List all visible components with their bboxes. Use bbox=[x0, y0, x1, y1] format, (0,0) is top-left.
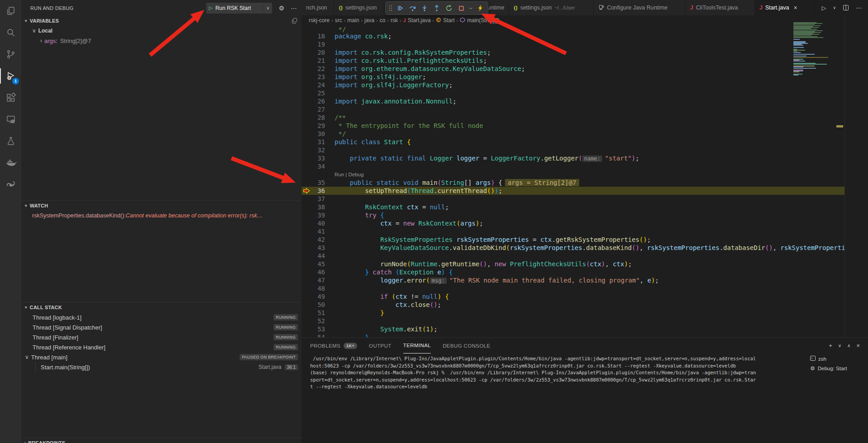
activity-item-search[interactable] bbox=[0, 22, 21, 43]
breadcrumb-src[interactable]: src bbox=[335, 17, 342, 24]
code-line-35[interactable]: 35 public static void main(String[] args… bbox=[302, 179, 844, 187]
activity-item-source-control[interactable] bbox=[0, 43, 21, 65]
activity-item-explorer[interactable] bbox=[0, 0, 21, 22]
breadcrumb-java[interactable]: java bbox=[364, 17, 374, 24]
gear-icon[interactable]: ⚙ bbox=[278, 5, 284, 12]
step-over-icon[interactable] bbox=[407, 3, 418, 14]
activity-item-extensions[interactable] bbox=[0, 87, 21, 108]
call-stack-header[interactable]: ∨ CALL STACK bbox=[21, 302, 302, 312]
code-line-24[interactable]: 24import org.slf4j.LoggerFactory; bbox=[302, 81, 844, 89]
code-line-46[interactable]: 46 } catch (Exception e) { bbox=[302, 268, 844, 276]
panel-tab-output[interactable]: OUTPUT bbox=[369, 338, 392, 353]
tab-settings-json[interactable]: {}settings.json bbox=[334, 0, 392, 15]
breadcrumb-rskj-core[interactable]: rskj-core bbox=[309, 17, 330, 24]
close-panel-icon[interactable]: × bbox=[856, 342, 860, 349]
more-actions-icon[interactable]: ⋯ bbox=[291, 5, 297, 12]
code-line-45[interactable]: 45 runNode(Runtime.getRuntime(), new Pre… bbox=[302, 260, 844, 268]
call-stack-row-start-main-string[interactable]: Start.main(String[])Start.java36:1 bbox=[21, 362, 302, 372]
call-stack-row-thread-main[interactable]: ∨Thread [main]PAUSED ON BREAKPOINT bbox=[21, 352, 302, 362]
launch-config-dropdown[interactable]: ▷ Run RSK Start ∨ bbox=[206, 3, 273, 14]
code-line-39[interactable]: 39 try { bbox=[302, 211, 844, 219]
start-debug-icon[interactable]: ▷ bbox=[209, 5, 212, 11]
restart-icon[interactable] bbox=[443, 3, 454, 14]
panel-tab-problems[interactable]: PROBLEMS1K+ bbox=[310, 338, 357, 353]
activity-item-run-and-debug[interactable]: 1 bbox=[0, 65, 21, 87]
terminal-output[interactable]: /usr/bin/env /Library/Internet\ Plug-Ins… bbox=[310, 355, 756, 391]
code-line-48[interactable]: 48 bbox=[302, 284, 844, 292]
breadcrumb-rsk[interactable]: rsk bbox=[391, 17, 398, 24]
activity-item-remote-explorer[interactable] bbox=[0, 108, 21, 130]
code-line-50[interactable]: 50 ctx.close(); bbox=[302, 301, 844, 309]
code-line-49[interactable]: 49 if (ctx != null) { bbox=[302, 292, 844, 301]
code-line-37[interactable]: 37 bbox=[302, 195, 844, 203]
terminal-profile-dropdown-icon[interactable]: ∨ bbox=[838, 343, 841, 348]
code-line-47[interactable]: 47 logger.error(msg:"The RSK node main t… bbox=[302, 276, 844, 284]
stop-dropdown-icon[interactable] bbox=[468, 3, 473, 14]
code-line-26[interactable]: 26import javax.annotation.Nonnull; bbox=[302, 97, 844, 105]
code-line-22[interactable]: 22import org.ethereum.datasource.KeyValu… bbox=[302, 65, 844, 73]
hot-code-replace-icon[interactable] bbox=[475, 3, 486, 14]
terminal-tab-zsh[interactable]: zsh bbox=[807, 354, 865, 363]
activity-item-docker[interactable] bbox=[0, 152, 21, 174]
run-editor-dropdown-icon[interactable]: ∨ bbox=[833, 5, 836, 10]
new-terminal-icon[interactable]: + bbox=[829, 342, 832, 349]
call-stack-row-thread-finalizer[interactable]: Thread [Finalizer]RUNNING bbox=[21, 332, 302, 342]
code-line-27[interactable]: 27 bbox=[302, 105, 844, 113]
code-line-34[interactable]: 34 bbox=[302, 162, 844, 170]
code-line-41[interactable]: 41 bbox=[302, 227, 844, 236]
code-line-53[interactable]: 53 System.exit(1); bbox=[302, 325, 844, 333]
code-line-21[interactable]: 21import co.rsk.util.PreflightChecksUtil… bbox=[302, 57, 844, 65]
breadcrumb-main[interactable]: main bbox=[347, 17, 359, 24]
code-line-30[interactable]: 30 */ bbox=[302, 130, 844, 138]
code-line-51[interactable]: 51 } bbox=[302, 309, 844, 317]
step-into-icon[interactable] bbox=[419, 3, 430, 14]
watch-header[interactable]: ∨ WATCH bbox=[21, 201, 302, 211]
close-icon[interactable]: × bbox=[793, 4, 797, 11]
maximize-panel-icon[interactable]: ∧ bbox=[847, 343, 850, 348]
variable-row-args[interactable]: › args : String[2]@7 bbox=[21, 36, 302, 46]
step-out-icon[interactable] bbox=[431, 3, 442, 14]
tab-configure-java-runtime[interactable]: Configure Java Runtime bbox=[594, 0, 685, 15]
code-line-23[interactable]: 23import org.slf4j.Logger; bbox=[302, 73, 844, 81]
activity-item-gradle[interactable] bbox=[0, 174, 21, 195]
activity-item-testing[interactable] bbox=[0, 130, 21, 152]
code-line-29[interactable]: 29 * The entrypoint for the RSK full nod… bbox=[302, 122, 844, 130]
code-editor[interactable]: */18package co.rsk;1920import co.rsk.con… bbox=[302, 25, 844, 337]
code-line-18[interactable]: 18package co.rsk; bbox=[302, 32, 844, 40]
stop-icon[interactable] bbox=[456, 3, 467, 14]
panel-tab-debug-console[interactable]: DEBUG CONSOLE bbox=[443, 338, 491, 353]
code-line-42[interactable]: 42 RskSystemProperties rskSystemProperti… bbox=[302, 236, 844, 244]
breakpoints-header[interactable]: › BREAKPOINTS bbox=[21, 438, 302, 443]
terminal-tab-debug-start[interactable]: ⚙Debug: Start bbox=[807, 363, 865, 373]
panel-tab-terminal[interactable]: TERMINAL bbox=[403, 338, 431, 353]
code-line-43[interactable]: 43 KeyValueDataSource.validateDbKind(rsk… bbox=[302, 244, 844, 252]
code-line-54[interactable]: 54 } bbox=[302, 333, 844, 337]
code-line-28[interactable]: 28/** bbox=[302, 113, 844, 122]
split-editor-icon[interactable] bbox=[843, 5, 849, 11]
more-actions-icon[interactable]: ⋯ bbox=[856, 5, 862, 11]
call-stack-row-thread-logback-1[interactable]: Thread [logback-1]RUNNING bbox=[21, 312, 302, 322]
breadcrumb-start[interactable]: Start bbox=[436, 17, 454, 24]
run-editor-icon[interactable]: ▷ bbox=[821, 5, 826, 11]
chevron-right-icon[interactable]: › bbox=[40, 38, 42, 44]
tab-settings-json[interactable]: {}settings.json~/.../User bbox=[509, 0, 594, 15]
breadcrumb-start-java[interactable]: JStart.java bbox=[403, 17, 431, 24]
code-line-44[interactable]: 44 bbox=[302, 252, 844, 260]
chevron-down-icon[interactable]: ∨ bbox=[263, 5, 269, 10]
code-line-36[interactable]: 36 setUpThread(Thread.currentThread()); bbox=[302, 187, 844, 195]
code-line-25[interactable]: 25 bbox=[302, 89, 844, 97]
call-stack-row-thread-reference-handler[interactable]: Thread [Reference Handler]RUNNING bbox=[21, 342, 302, 352]
code-line-33[interactable]: 33 private static final Logger logger = … bbox=[302, 154, 844, 162]
code-line-40[interactable]: 40 ctx = new RskContext(args); bbox=[302, 219, 844, 227]
code-line-19[interactable]: 19 bbox=[302, 40, 844, 48]
code-line-38[interactable]: 38 RskContext ctx = null; bbox=[302, 203, 844, 211]
tab-nch-json[interactable]: nch.json bbox=[302, 0, 334, 15]
code-line-52[interactable]: 52 bbox=[302, 317, 844, 325]
tab-clitoolstest-java[interactable]: JCliToolsTest.java bbox=[685, 0, 755, 15]
tab-start-java[interactable]: JStart.java× bbox=[755, 0, 816, 15]
code-line-32[interactable]: 32 bbox=[302, 146, 844, 154]
continue-icon[interactable] bbox=[395, 3, 406, 14]
variables-scope-local[interactable]: ∨ Local bbox=[21, 26, 302, 36]
breadcrumb-main-string[interactable]: main(String[]) bbox=[460, 17, 500, 24]
code-line-31[interactable]: 31public class Start { bbox=[302, 138, 844, 146]
